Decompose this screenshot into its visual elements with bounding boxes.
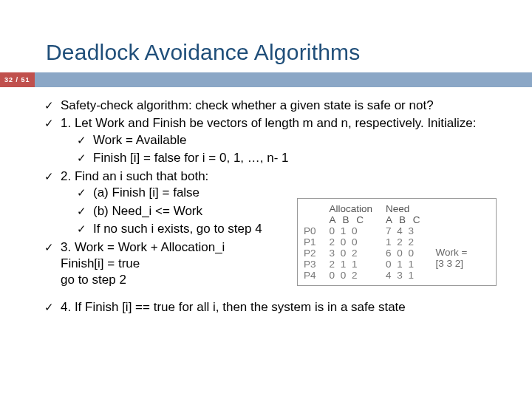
col-work: Work = [3 3 2] (436, 203, 468, 281)
th-alloc: Allocation (330, 203, 373, 214)
col-process: P0 P1 P2 P3 P4 (304, 203, 316, 281)
work-value: [3 3 2] (436, 258, 464, 269)
col-allocation: Allocation A B C 0 1 0 2 0 0 3 0 2 2 1 1… (330, 203, 373, 281)
need-p1: 1 2 2 (386, 236, 423, 248)
bullet-step2-text: 2. Find an i such that both: (61, 169, 208, 183)
col-need: Need A B C 7 4 3 1 2 2 6 0 0 0 1 1 4 3 1 (386, 203, 423, 281)
alloc-p1: 2 0 0 (330, 236, 373, 248)
sub-step1: Work = Available Finish [i] = false for … (61, 132, 502, 167)
row-p3: P3 (304, 259, 316, 270)
th-empty (304, 203, 316, 214)
th-empty2 (304, 214, 316, 225)
need-p2: 6 0 0 (386, 248, 423, 259)
bullet-finish-init: Finish [i] = false for i = 0, 1, …, n- 1 (77, 150, 502, 166)
th-alloc-abc: A B C (330, 214, 373, 225)
bullet-safety-check: Safety-check algorithm: check whether a … (44, 98, 502, 114)
alloc-p2: 3 0 2 (330, 248, 373, 259)
need-p3: 0 1 1 (386, 259, 423, 270)
slide-root: Deadlock Avoidance Algorithms 32 / 51 Sa… (0, 0, 532, 399)
row-p0: P0 (304, 225, 316, 236)
alloc-p3: 2 1 1 (330, 259, 373, 270)
need-p0: 7 4 3 (386, 225, 423, 236)
bullet-step4: 4. If Finish [i] == true for all i, then… (44, 299, 502, 316)
th-need: Need (386, 203, 423, 214)
row-p4: P4 (304, 270, 316, 281)
bullet-step1: 1. Let Work and Finish be vectors of len… (44, 115, 502, 166)
allocation-table: P0 P1 P2 P3 P4 Allocation A B C 0 1 0 2 … (297, 198, 497, 286)
table-grid: P0 P1 P2 P3 P4 Allocation A B C 0 1 0 2 … (304, 203, 490, 281)
slide-title: Deadlock Avoidance Algorithms (0, 0, 532, 72)
final-list: 4. If Finish [i] == true for all i, then… (44, 299, 502, 316)
work-label: Work = (436, 247, 468, 258)
title-bar: 32 / 51 (0, 72, 532, 87)
th-need-abc: A B C (386, 214, 423, 225)
bullet-work-avail: Work = Available (77, 132, 502, 149)
spacer (44, 290, 502, 299)
alloc-p0: 0 1 0 (330, 225, 373, 236)
alloc-p4: 0 0 2 (330, 270, 373, 281)
need-p4: 4 3 1 (386, 270, 423, 281)
bullet-step3-text: 3. Work = Work + Allocation_i (61, 240, 225, 254)
row-p1: P1 (304, 236, 316, 248)
row-p2: P2 (304, 248, 316, 259)
work-cell: Work = [3 3 2] (436, 247, 468, 269)
bullet-step1-text: 1. Let Work and Finish be vectors of len… (61, 116, 477, 130)
page-number-badge: 32 / 51 (0, 72, 35, 87)
